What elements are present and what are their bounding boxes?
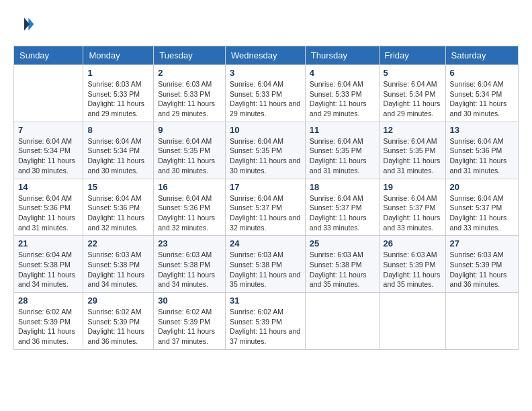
day-info: Sunrise: 6:04 AMSunset: 5:34 PMDaylight:…: [384, 79, 441, 119]
day-cell: 21Sunrise: 6:04 AMSunset: 5:38 PMDayligh…: [14, 236, 83, 293]
column-header-saturday: Saturday: [445, 46, 518, 65]
day-info: Sunrise: 6:02 AMSunset: 5:39 PMDaylight:…: [158, 307, 221, 347]
day-info: Sunrise: 6:04 AMSunset: 5:35 PMDaylight:…: [310, 136, 375, 176]
day-info: Sunrise: 6:04 AMSunset: 5:36 PMDaylight:…: [87, 193, 149, 233]
day-cell: 1Sunrise: 6:03 AMSunset: 5:33 PMDaylight…: [83, 65, 154, 122]
day-info: Sunrise: 6:04 AMSunset: 5:38 PMDaylight:…: [18, 250, 79, 289]
day-cell: 31Sunrise: 6:02 AMSunset: 5:39 PMDayligh…: [226, 293, 306, 350]
day-info: Sunrise: 6:03 AMSunset: 5:33 PMDaylight:…: [158, 79, 221, 119]
week-row-2: 7Sunrise: 6:04 AMSunset: 5:34 PMDaylight…: [14, 122, 519, 179]
column-header-wednesday: Wednesday: [226, 46, 306, 65]
day-number: 27: [450, 238, 514, 248]
day-cell: 27Sunrise: 6:03 AMSunset: 5:39 PMDayligh…: [445, 236, 518, 293]
day-cell: 5Sunrise: 6:04 AMSunset: 5:34 PMDaylight…: [379, 65, 445, 122]
day-cell: 15Sunrise: 6:04 AMSunset: 5:36 PMDayligh…: [83, 179, 154, 236]
day-number: 24: [230, 238, 301, 248]
day-number: 30: [158, 295, 221, 306]
day-info: Sunrise: 6:04 AMSunset: 5:37 PMDaylight:…: [230, 193, 301, 233]
day-cell: 3Sunrise: 6:04 AMSunset: 5:33 PMDaylight…: [226, 65, 306, 122]
day-info: Sunrise: 6:03 AMSunset: 5:38 PMDaylight:…: [230, 250, 301, 289]
week-row-5: 28Sunrise: 6:02 AMSunset: 5:39 PMDayligh…: [14, 293, 519, 350]
page-header: [13, 13, 519, 35]
day-info: Sunrise: 6:03 AMSunset: 5:39 PMDaylight:…: [384, 250, 441, 289]
day-cell: 28Sunrise: 6:02 AMSunset: 5:39 PMDayligh…: [14, 293, 83, 350]
day-number: 13: [450, 125, 514, 135]
day-cell: 9Sunrise: 6:04 AMSunset: 5:35 PMDaylight…: [154, 122, 226, 179]
day-number: 16: [158, 182, 221, 192]
day-number: 28: [18, 295, 79, 306]
day-number: 6: [450, 68, 514, 78]
day-info: Sunrise: 6:04 AMSunset: 5:36 PMDaylight:…: [450, 136, 514, 176]
week-row-4: 21Sunrise: 6:04 AMSunset: 5:38 PMDayligh…: [14, 236, 519, 293]
day-cell: 30Sunrise: 6:02 AMSunset: 5:39 PMDayligh…: [154, 293, 226, 350]
day-number: 31: [230, 295, 301, 306]
day-cell: 20Sunrise: 6:04 AMSunset: 5:37 PMDayligh…: [445, 179, 518, 236]
day-info: Sunrise: 6:03 AMSunset: 5:39 PMDaylight:…: [450, 250, 514, 289]
day-info: Sunrise: 6:04 AMSunset: 5:35 PMDaylight:…: [384, 136, 441, 176]
day-cell: 24Sunrise: 6:03 AMSunset: 5:38 PMDayligh…: [226, 236, 306, 293]
column-header-sunday: Sunday: [14, 46, 83, 65]
day-number: 23: [158, 238, 221, 248]
day-number: 2: [158, 68, 221, 78]
day-number: 1: [87, 68, 149, 78]
day-number: 18: [310, 182, 375, 192]
day-cell: 7Sunrise: 6:04 AMSunset: 5:34 PMDaylight…: [14, 122, 83, 179]
day-number: 22: [87, 238, 149, 248]
logo-icon: [13, 13, 35, 35]
day-cell: 8Sunrise: 6:04 AMSunset: 5:34 PMDaylight…: [83, 122, 154, 179]
day-cell: 19Sunrise: 6:04 AMSunset: 5:37 PMDayligh…: [379, 179, 445, 236]
day-cell: 14Sunrise: 6:04 AMSunset: 5:36 PMDayligh…: [14, 179, 83, 236]
day-cell: 23Sunrise: 6:03 AMSunset: 5:38 PMDayligh…: [154, 236, 226, 293]
day-number: 4: [310, 68, 375, 78]
day-cell: 25Sunrise: 6:03 AMSunset: 5:38 PMDayligh…: [305, 236, 379, 293]
day-info: Sunrise: 6:04 AMSunset: 5:35 PMDaylight:…: [230, 136, 301, 176]
day-cell: 26Sunrise: 6:03 AMSunset: 5:39 PMDayligh…: [379, 236, 445, 293]
day-info: Sunrise: 6:03 AMSunset: 5:38 PMDaylight:…: [310, 250, 375, 289]
logo: [13, 13, 38, 35]
day-cell: 18Sunrise: 6:04 AMSunset: 5:37 PMDayligh…: [305, 179, 379, 236]
day-cell: 6Sunrise: 6:04 AMSunset: 5:34 PMDaylight…: [445, 65, 518, 122]
day-cell: 16Sunrise: 6:04 AMSunset: 5:36 PMDayligh…: [154, 179, 226, 236]
day-info: Sunrise: 6:02 AMSunset: 5:39 PMDaylight:…: [230, 307, 301, 347]
day-number: 14: [18, 182, 79, 192]
day-info: Sunrise: 6:04 AMSunset: 5:37 PMDaylight:…: [450, 193, 514, 233]
day-cell: 10Sunrise: 6:04 AMSunset: 5:35 PMDayligh…: [226, 122, 306, 179]
day-number: 9: [158, 125, 221, 135]
day-info: Sunrise: 6:04 AMSunset: 5:34 PMDaylight:…: [18, 136, 79, 176]
day-number: 7: [18, 125, 79, 135]
day-cell: 11Sunrise: 6:04 AMSunset: 5:35 PMDayligh…: [305, 122, 379, 179]
day-info: Sunrise: 6:04 AMSunset: 5:34 PMDaylight:…: [450, 79, 514, 119]
calendar-table: SundayMondayTuesdayWednesdayThursdayFrid…: [13, 46, 519, 350]
day-cell: [305, 293, 379, 350]
day-info: Sunrise: 6:04 AMSunset: 5:34 PMDaylight:…: [87, 136, 149, 176]
column-header-tuesday: Tuesday: [154, 46, 226, 65]
day-cell: 29Sunrise: 6:02 AMSunset: 5:39 PMDayligh…: [83, 293, 154, 350]
day-cell: 17Sunrise: 6:04 AMSunset: 5:37 PMDayligh…: [226, 179, 306, 236]
day-info: Sunrise: 6:02 AMSunset: 5:39 PMDaylight:…: [18, 307, 79, 347]
day-info: Sunrise: 6:03 AMSunset: 5:38 PMDaylight:…: [158, 250, 221, 289]
day-info: Sunrise: 6:03 AMSunset: 5:38 PMDaylight:…: [87, 250, 149, 289]
day-number: 11: [310, 125, 375, 135]
column-header-thursday: Thursday: [305, 46, 379, 65]
day-number: 20: [450, 182, 514, 192]
day-number: 17: [230, 182, 301, 192]
day-cell: 2Sunrise: 6:03 AMSunset: 5:33 PMDaylight…: [154, 65, 226, 122]
day-info: Sunrise: 6:02 AMSunset: 5:39 PMDaylight:…: [87, 307, 149, 347]
week-row-3: 14Sunrise: 6:04 AMSunset: 5:36 PMDayligh…: [14, 179, 519, 236]
day-info: Sunrise: 6:04 AMSunset: 5:37 PMDaylight:…: [384, 193, 441, 233]
day-info: Sunrise: 6:04 AMSunset: 5:36 PMDaylight:…: [18, 193, 79, 233]
day-info: Sunrise: 6:04 AMSunset: 5:36 PMDaylight:…: [158, 193, 221, 233]
day-number: 5: [384, 68, 441, 78]
day-info: Sunrise: 6:04 AMSunset: 5:35 PMDaylight:…: [158, 136, 221, 176]
day-info: Sunrise: 6:04 AMSunset: 5:33 PMDaylight:…: [310, 79, 375, 119]
day-number: 12: [384, 125, 441, 135]
day-info: Sunrise: 6:04 AMSunset: 5:33 PMDaylight:…: [230, 79, 301, 119]
header-row: SundayMondayTuesdayWednesdayThursdayFrid…: [14, 46, 519, 65]
day-cell: 12Sunrise: 6:04 AMSunset: 5:35 PMDayligh…: [379, 122, 445, 179]
day-cell: 22Sunrise: 6:03 AMSunset: 5:38 PMDayligh…: [83, 236, 154, 293]
day-number: 10: [230, 125, 301, 135]
day-number: 15: [87, 182, 149, 192]
day-cell: 13Sunrise: 6:04 AMSunset: 5:36 PMDayligh…: [445, 122, 518, 179]
day-cell: [14, 65, 83, 122]
day-cell: [445, 293, 518, 350]
